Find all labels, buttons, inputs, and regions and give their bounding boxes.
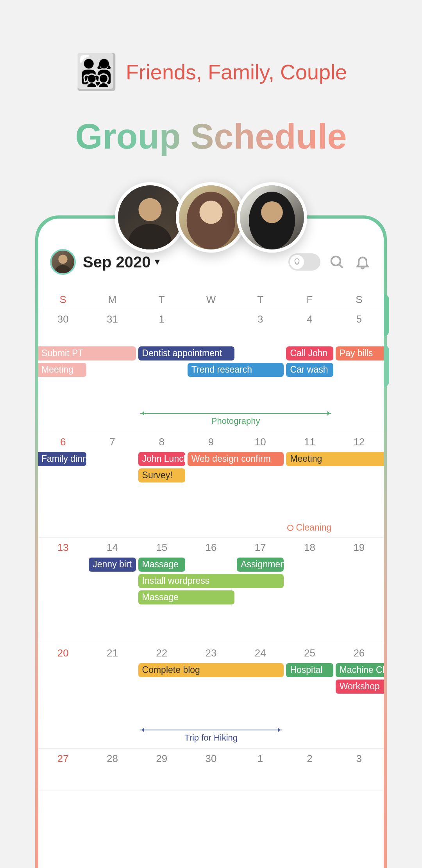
day-cell[interactable]: 22 [137, 643, 186, 663]
avatar [176, 182, 246, 253]
weekday-label: S [38, 291, 88, 309]
day-cell[interactable]: 23 [186, 643, 236, 663]
day-cell[interactable]: 28 [88, 749, 137, 769]
day-cell[interactable]: 16 [186, 538, 236, 558]
day-cell[interactable]: 15 [137, 538, 186, 558]
app-screen: Sep 2020 ▼ SMTWTFS 303112345Submit PTMee… [38, 219, 384, 868]
day-cell[interactable]: 17 [236, 538, 285, 558]
calendar-event[interactable]: Web design confirm [188, 452, 284, 466]
day-cell[interactable]: 3 [334, 749, 384, 769]
day-cell[interactable]: 2 [186, 309, 236, 346]
weekday-label: M [88, 291, 137, 309]
svg-point-1 [128, 224, 172, 249]
calendar-event[interactable]: Meeting [38, 363, 86, 377]
day-cell[interactable]: 30 [38, 309, 88, 346]
day-cell[interactable]: 9 [186, 432, 236, 452]
day-cell[interactable]: 7 [88, 432, 137, 452]
day-cell[interactable]: 5 [334, 309, 384, 346]
calendar-event[interactable]: Install wordpress [138, 574, 284, 588]
day-cell[interactable]: 31 [88, 309, 137, 346]
calendar-event[interactable]: John Lunch [138, 452, 185, 466]
theme-toggle[interactable] [288, 253, 320, 271]
recur-icon [287, 525, 293, 531]
day-cell[interactable]: 11 [285, 432, 334, 452]
calendar-event[interactable]: Call John [286, 346, 333, 360]
avatar [237, 182, 307, 253]
weekday-label: T [137, 291, 186, 309]
day-cell[interactable]: 2 [285, 749, 334, 769]
day-cell[interactable]: 13 [38, 538, 88, 558]
bulb-icon [293, 258, 301, 266]
calendar-week: 27282930123 [38, 749, 384, 791]
calendar-event[interactable]: Massage [138, 590, 235, 604]
calendar-event[interactable]: Dentist appointment [138, 346, 235, 360]
calendar-event[interactable]: Family dinn [38, 452, 86, 466]
notifications-button[interactable] [353, 253, 372, 271]
calendar-event[interactable]: Workshop [336, 680, 384, 694]
month-selector[interactable]: Sep 2020 ▼ [83, 253, 161, 271]
weekday-label: F [285, 291, 334, 309]
phone-frame: Sep 2020 ▼ SMTWTFS 303112345Submit PTMee… [35, 215, 387, 868]
recurring-event[interactable]: Cleaning [287, 522, 331, 533]
calendar-grid: 303112345Submit PTMeetingDentist appoint… [38, 309, 384, 791]
calendar-event[interactable]: Meeting [286, 452, 384, 466]
day-cell[interactable]: 25 [285, 643, 334, 663]
calendar-event[interactable]: Complete blog [138, 663, 284, 677]
calendar-event[interactable]: Hospital [286, 663, 333, 677]
bell-icon [355, 254, 370, 270]
group-avatars [120, 182, 302, 253]
calendar-week: 20212223242526Complete blogHospitalMachi… [38, 643, 384, 749]
chevron-down-icon: ▼ [153, 257, 161, 267]
calendar-event[interactable]: Machine Cl [336, 663, 384, 677]
calendar-event[interactable]: Survey! [138, 468, 185, 482]
weekday-header: SMTWTFS [38, 291, 384, 309]
day-cell[interactable]: 3 [236, 309, 285, 346]
calendar-event[interactable]: Jenny birt [89, 558, 136, 572]
calendar-event[interactable]: Massage [138, 558, 185, 572]
multi-day-event[interactable]: Photography [38, 413, 384, 413]
page-title: Group Schedule [0, 117, 422, 157]
avatar [115, 182, 185, 253]
day-cell[interactable]: 10 [236, 432, 285, 452]
day-cell[interactable]: 14 [88, 538, 137, 558]
slogan-text: Friends, Family, Couple [126, 60, 347, 84]
weekday-label: S [334, 291, 384, 309]
svg-point-8 [331, 256, 340, 265]
day-cell[interactable]: 18 [285, 538, 334, 558]
day-cell[interactable]: 1 [137, 309, 186, 346]
slogan: 👨‍👩‍👧‍👦 Friends, Family, Couple [0, 55, 422, 89]
day-cell[interactable]: 1 [236, 749, 285, 769]
family-icon: 👨‍👩‍👧‍👦 [75, 55, 118, 89]
day-cell[interactable]: 8 [137, 432, 186, 452]
calendar-event[interactable]: Car wash [286, 363, 333, 377]
weekday-label: T [236, 291, 285, 309]
day-cell[interactable]: 19 [334, 538, 384, 558]
profile-avatar[interactable] [50, 249, 76, 275]
day-cell[interactable]: 27 [38, 749, 88, 769]
day-cell[interactable]: 21 [88, 643, 137, 663]
svg-point-7 [55, 265, 71, 273]
search-icon [329, 254, 345, 270]
day-cell[interactable]: 12 [334, 432, 384, 452]
svg-point-3 [199, 201, 222, 224]
day-cell[interactable]: 6 [38, 432, 88, 452]
calendar-week: 303112345Submit PTMeetingDentist appoint… [38, 309, 384, 432]
multi-day-event[interactable]: Trip for Hiking [38, 730, 384, 730]
calendar-event[interactable]: Submit PT [38, 346, 136, 360]
svg-point-5 [261, 201, 283, 223]
search-button[interactable] [327, 253, 346, 271]
svg-point-6 [58, 255, 67, 264]
day-cell[interactable]: 26 [334, 643, 384, 663]
svg-point-0 [138, 198, 161, 221]
day-cell[interactable]: 20 [38, 643, 88, 663]
calendar-event[interactable]: Trend research [188, 363, 284, 377]
day-cell[interactable]: 30 [186, 749, 236, 769]
day-cell[interactable]: 24 [236, 643, 285, 663]
month-label: Sep 2020 [83, 253, 150, 271]
calendar-event[interactable]: Assignmen [237, 558, 284, 572]
calendar-week: 6789101112Family dinnJohn LunchSurvey!We… [38, 432, 384, 538]
calendar-week: 13141516171819Jenny birtMassageAssignmen… [38, 538, 384, 643]
day-cell[interactable]: 29 [137, 749, 186, 769]
calendar-event[interactable]: Pay bills [336, 346, 384, 360]
day-cell[interactable]: 4 [285, 309, 334, 346]
